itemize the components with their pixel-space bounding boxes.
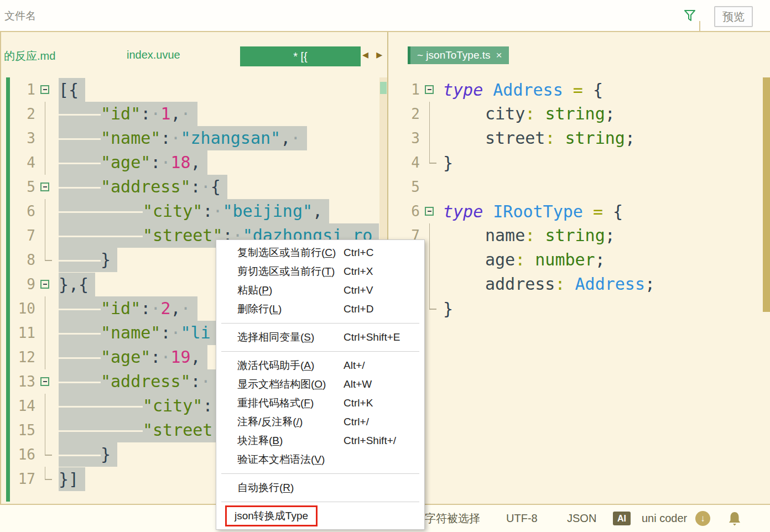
preview-button[interactable]: 预览 — [714, 6, 753, 27]
filter-funnel-icon[interactable] — [684, 9, 696, 23]
code-text: },{ — [59, 273, 95, 296]
code-line[interactable]: 5 — [389, 175, 770, 199]
context-menu-item[interactable]: 删除行(L)Ctrl+D — [216, 300, 424, 319]
bell-notification-icon[interactable] — [728, 511, 741, 526]
fold-marker-icon[interactable] — [420, 199, 440, 223]
menu-item-label: 删除行(L) — [237, 302, 282, 316]
fold-guide — [420, 150, 440, 175]
code-line[interactable]: 2city: string; — [389, 102, 770, 126]
code-text: "age":·19, — [59, 345, 207, 370]
code-text: "city": — [59, 394, 219, 419]
context-menu-item[interactable]: 剪切选区或当前行(T)Ctrl+X — [216, 262, 424, 281]
code-text: "address":·{ — [59, 175, 227, 200]
context-menu-item[interactable]: 显示文档结构图(O)Alt+W — [216, 375, 424, 394]
selection-count: 4字符被选择 — [419, 505, 480, 532]
context-menu-item[interactable]: 重排代码格式(F)Ctrl+K — [216, 394, 424, 413]
fold-guide — [35, 418, 55, 442]
panel-corner-line — [699, 21, 700, 31]
menu-separator — [221, 502, 419, 502]
context-menu-item[interactable]: 复制选区或当前行(C)Ctrl+C — [216, 243, 424, 262]
code-line[interactable]: 4} — [389, 150, 770, 175]
menu-item-shortcut: Ctrl+X — [344, 265, 373, 278]
right-scrollbar-thumb[interactable] — [763, 77, 770, 312]
menu-item-shortcut: Ctrl+C — [344, 247, 373, 259]
code-line[interactable]: 4"age":·18, — [1, 150, 387, 175]
code-text: age: number; — [443, 250, 605, 270]
code-text: street: string; — [443, 128, 635, 149]
menu-item-shortcut: Ctrl+Shift+E — [344, 331, 400, 343]
menu-item-shortcut: Ctrl+D — [344, 303, 373, 315]
code-text: "id":·1,· — [59, 102, 197, 127]
fold-guide — [35, 248, 55, 272]
close-icon[interactable]: × — [496, 49, 502, 61]
context-menu-item[interactable]: 验证本文档语法(V) — [216, 450, 424, 469]
context-menu-item[interactable]: 注释/反注释(/)Ctrl+/ — [216, 413, 424, 431]
menu-item-label: 自动换行(R) — [237, 481, 294, 495]
code-text: "city":·"beijing", — [59, 199, 329, 224]
fold-guide — [35, 223, 55, 248]
code-line[interactable]: 7name: string; — [389, 223, 770, 248]
line-number: 4 — [389, 154, 420, 171]
tab-scroll-arrows[interactable]: ◂ ▸ — [362, 48, 384, 62]
code-line[interactable]: 1[{ — [1, 77, 387, 102]
ai-badge[interactable]: AI — [613, 512, 631, 525]
code-text: type Address = { — [443, 80, 603, 100]
scrollbar-selection-mark — [380, 82, 387, 94]
context-menu: 复制选区或当前行(C)Ctrl+C剪切选区或当前行(T)Ctrl+X粘贴(P)C… — [216, 239, 425, 530]
fold-guide — [35, 345, 55, 369]
fold-guide — [420, 126, 440, 150]
context-menu-item[interactable]: 块注释(B)Ctrl+Shift+/ — [216, 431, 424, 450]
context-menu-item[interactable]: 自动换行(R) — [216, 478, 424, 497]
menu-item-label: 验证本文档语法(V) — [237, 452, 325, 467]
tab-jsontotype-ts[interactable]: ~ jsonToType.ts × — [408, 46, 509, 64]
code-line[interactable]: 5"address":·{ — [1, 175, 387, 199]
code-text: "id":·2,· — [59, 296, 197, 321]
code-line[interactable]: 10} — [389, 296, 770, 321]
menu-item-shortcut: Alt+W — [344, 378, 372, 390]
code-line[interactable]: 8age: number; — [389, 248, 770, 272]
menu-item-shortcut: Ctrl+K — [344, 397, 373, 409]
code-line[interactable]: 2"id":·1,· — [1, 102, 387, 126]
fold-guide — [420, 102, 440, 126]
context-menu-item[interactable]: 激活代码助手(A)Alt+/ — [216, 356, 424, 375]
context-menu-item[interactable]: 选择相同变量(S)Ctrl+Shift+E — [216, 328, 424, 347]
code-text: "name":·"li — [59, 321, 217, 346]
code-line[interactable]: 3street: string; — [389, 126, 770, 150]
code-text: type IRootType = { — [443, 202, 623, 221]
tab-md-file[interactable]: 的反应.md — [4, 49, 55, 64]
top-bar: 文件名 预览 — [0, 0, 770, 31]
fold-marker-icon[interactable] — [35, 369, 55, 394]
menu-separator — [221, 473, 419, 474]
menu-separator — [221, 351, 419, 352]
fold-marker-icon[interactable] — [35, 175, 55, 199]
preview-button-label: 预览 — [722, 9, 745, 24]
fold-guide — [35, 102, 55, 126]
tab-jsontotype-label: ~ jsonToType.ts — [417, 49, 491, 61]
uni-coder-label[interactable]: uni coder — [642, 505, 687, 532]
code-text: } — [59, 248, 117, 273]
menu-item-label: 注释/反注释(/) — [237, 415, 303, 429]
code-line[interactable]: 6type IRootType = { — [389, 199, 770, 223]
fold-marker-icon[interactable] — [35, 77, 55, 102]
code-line[interactable]: 9address: Address; — [389, 272, 770, 296]
fold-marker-icon[interactable] — [35, 272, 55, 296]
menu-item-label: 块注释(B) — [237, 434, 283, 448]
context-menu-item[interactable]: 粘贴(P)Ctrl+V — [216, 281, 424, 300]
fold-marker-icon[interactable] — [420, 77, 440, 102]
tab-index-uvue[interactable]: index.uvue — [127, 49, 180, 61]
code-line[interactable]: 6"city":·"beijing", — [1, 199, 387, 223]
tab-active-json-label: * [{ — [293, 50, 308, 63]
download-icon[interactable]: ↓ — [695, 511, 710, 526]
menu-separator — [221, 323, 419, 324]
code-line[interactable]: 3"name":·"zhangsan",· — [1, 126, 387, 150]
menu-item-json-to-type[interactable]: json转换成Type — [216, 507, 424, 525]
fold-guide — [35, 296, 55, 321]
syntax-mode-indicator[interactable]: JSON — [567, 505, 596, 532]
encoding-indicator[interactable]: UTF-8 — [506, 505, 538, 532]
code-text: city: string; — [443, 104, 615, 124]
code-text: "name":·"zhangsan",· — [59, 126, 307, 151]
code-line[interactable]: 1type Address = { — [389, 77, 770, 102]
fold-guide — [35, 442, 55, 467]
tab-active-json[interactable]: * [{ — [240, 46, 361, 66]
menu-item-label: 复制选区或当前行(C) — [237, 246, 336, 260]
